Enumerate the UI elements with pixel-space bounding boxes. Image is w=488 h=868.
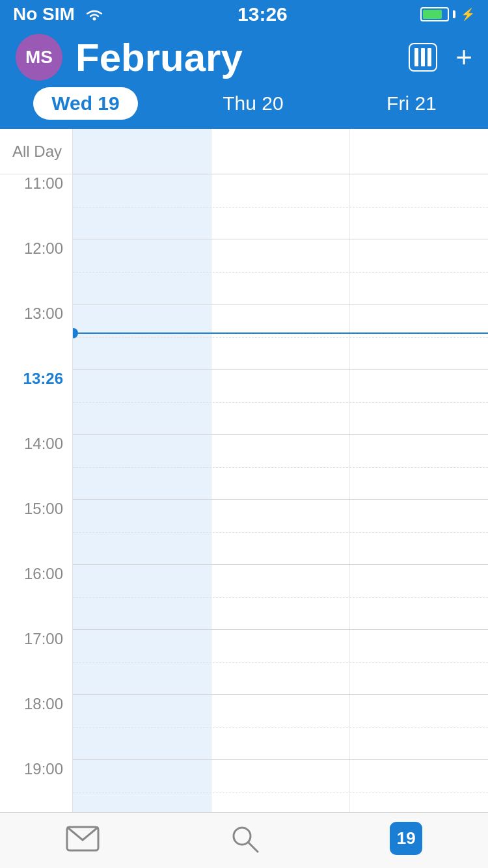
hour-row-11: [73, 174, 488, 239]
avatar[interactable]: MS: [16, 34, 62, 81]
time-1200: 12:00: [0, 239, 72, 305]
time-current: 13:26: [0, 370, 72, 435]
cell-wed-18[interactable]: [73, 630, 211, 694]
tab-search[interactable]: [230, 824, 259, 853]
time-1900: 19:00: [0, 760, 72, 812]
svg-point-0: [92, 18, 96, 21]
cell-thu-18[interactable]: [211, 630, 350, 694]
hour-row-15: [73, 435, 488, 500]
hours-inner: [73, 174, 488, 812]
cell-thu-20[interactable]: [211, 760, 350, 812]
day-tabs: Wed 19 Thu 20 Fri 21: [0, 81, 488, 129]
app-header: MS February +: [0, 29, 488, 81]
cell-fri-12[interactable]: [350, 239, 488, 304]
allday-fri: [350, 129, 488, 174]
tab-bar: 19: [0, 812, 488, 868]
hour-row-17: [73, 565, 488, 630]
search-icon: [230, 824, 259, 853]
hour-row-13: [73, 305, 488, 370]
hour-row-14: [73, 370, 488, 435]
time-column: All Day 11:00 12:00 13:00 13:26 14:00 15…: [0, 129, 73, 812]
status-time: 13:26: [237, 3, 288, 25]
cell-thu-15[interactable]: [211, 435, 350, 499]
cell-wed-20[interactable]: [73, 760, 211, 812]
time-1500: 15:00: [0, 500, 72, 565]
cell-fri-11[interactable]: [350, 174, 488, 239]
cell-thu-13[interactable]: [211, 305, 350, 369]
cell-wed-12[interactable]: [73, 239, 211, 304]
cell-fri-14[interactable]: [350, 370, 488, 434]
cell-thu-19[interactable]: [211, 695, 350, 759]
cell-fri-19[interactable]: [350, 695, 488, 759]
hour-row-20: [73, 760, 488, 812]
cell-wed-11[interactable]: [73, 174, 211, 239]
current-time-indicator: [73, 332, 488, 334]
time-1100: 11:00: [0, 174, 72, 239]
time-1600: 16:00: [0, 565, 72, 630]
cell-wed-13[interactable]: [73, 305, 211, 369]
time-1700: 17:00: [0, 630, 72, 695]
battery-icon: [420, 7, 455, 21]
cell-fri-16[interactable]: [350, 500, 488, 564]
days-area: [73, 129, 488, 812]
cell-thu-16[interactable]: [211, 500, 350, 564]
status-bar: No SIM 13:26 ⚡: [0, 0, 488, 29]
status-right: ⚡: [420, 7, 475, 21]
allday-wed: [73, 129, 211, 174]
svg-line-3: [249, 843, 258, 852]
tab-fri21[interactable]: Fri 21: [368, 87, 455, 120]
cell-fri-20[interactable]: [350, 760, 488, 812]
cell-thu-17[interactable]: [211, 565, 350, 629]
all-day-row: [73, 129, 488, 174]
time-1800: 18:00: [0, 695, 72, 760]
cell-wed-17[interactable]: [73, 565, 211, 629]
tab-calendar[interactable]: 19: [390, 822, 422, 855]
cell-wed-14[interactable]: [73, 370, 211, 434]
mail-icon: [66, 826, 100, 852]
cell-wed-19[interactable]: [73, 695, 211, 759]
hour-row-16: [73, 500, 488, 565]
column-view-button[interactable]: [409, 43, 437, 72]
calendar-area: All Day 11:00 12:00 13:00 13:26 14:00 15…: [0, 129, 488, 812]
cell-fri-15[interactable]: [350, 435, 488, 499]
cell-fri-13[interactable]: [350, 305, 488, 369]
time-1300: 13:00: [0, 305, 72, 370]
wifi-icon: [84, 7, 105, 21]
cell-thu-14[interactable]: [211, 370, 350, 434]
all-day-label: All Day: [0, 129, 72, 174]
hour-row-19: [73, 695, 488, 760]
cell-thu-12[interactable]: [211, 239, 350, 304]
hour-row-18: [73, 630, 488, 695]
header-icons: +: [409, 43, 472, 72]
time-1400: 14:00: [0, 435, 72, 500]
cell-fri-18[interactable]: [350, 630, 488, 694]
carrier-label: No SIM: [13, 4, 75, 25]
charging-icon: ⚡: [461, 7, 475, 21]
cell-wed-15[interactable]: [73, 435, 211, 499]
add-event-button[interactable]: +: [455, 43, 472, 72]
month-title: February: [75, 35, 409, 80]
cell-fri-17[interactable]: [350, 565, 488, 629]
status-left: No SIM: [13, 4, 105, 25]
hours-scroll: [73, 174, 488, 812]
cell-thu-11[interactable]: [211, 174, 350, 239]
calendar-icon: 19: [390, 822, 422, 855]
tab-thu20[interactable]: Thu 20: [204, 87, 301, 120]
tab-wed19[interactable]: Wed 19: [33, 87, 138, 120]
allday-thu: [211, 129, 350, 174]
tab-mail[interactable]: [66, 826, 100, 852]
hour-row-12: [73, 239, 488, 305]
cell-wed-16[interactable]: [73, 500, 211, 564]
calendar-date-badge: 19: [397, 828, 416, 848]
